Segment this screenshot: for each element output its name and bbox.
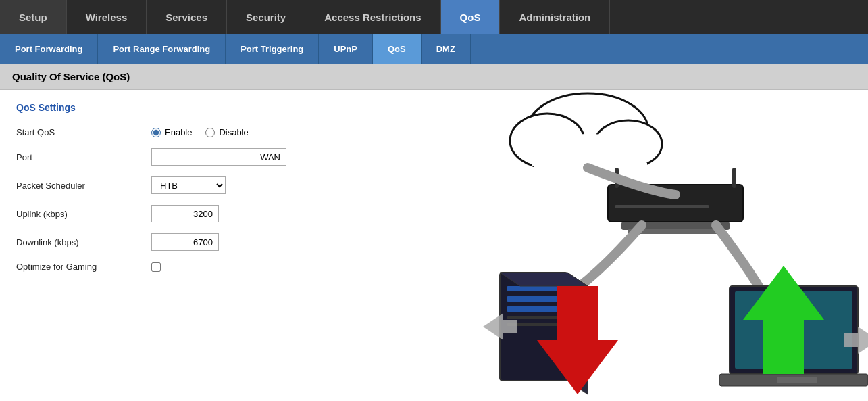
content-area: QoS Settings Start QoS Enable Disable Po… xyxy=(0,90,868,401)
svg-rect-25 xyxy=(777,377,817,383)
top-nav: Setup Wireless Services Security Access … xyxy=(0,0,868,34)
nav-wireless[interactable]: Wireless xyxy=(67,0,147,34)
svg-rect-13 xyxy=(507,286,561,291)
cloud-group xyxy=(510,93,662,174)
uplink-control xyxy=(151,205,219,222)
nav-security[interactable]: Security xyxy=(227,0,305,34)
optimize-gaming-row: Optimize for Gaming xyxy=(16,262,416,272)
qos-settings-title: QoS Settings xyxy=(16,102,416,116)
disable-label: Disable xyxy=(219,127,248,137)
illustration-panel xyxy=(432,90,868,401)
packet-scheduler-row: Packet Scheduler HTB HFSC SFQ xyxy=(16,176,416,194)
optimize-gaming-label: Optimize for Gaming xyxy=(16,262,151,272)
nav-services[interactable]: Services xyxy=(147,0,227,34)
subnav-port-range-forwarding[interactable]: Port Range Forwarding xyxy=(98,34,226,64)
port-control xyxy=(151,148,286,166)
disable-radio[interactable] xyxy=(205,128,215,137)
svg-rect-7 xyxy=(615,205,709,208)
subnav-dmz[interactable]: DMZ xyxy=(422,34,471,64)
start-qos-label: Start QoS xyxy=(16,127,151,137)
optimize-gaming-control xyxy=(151,262,161,272)
svg-rect-15 xyxy=(507,306,561,312)
enable-radio-label[interactable]: Enable xyxy=(151,127,192,137)
subnav-port-triggering[interactable]: Port Triggering xyxy=(226,34,319,64)
port-input[interactable] xyxy=(151,148,286,166)
downlink-row: Downlink (kbps) xyxy=(16,233,416,251)
svg-rect-14 xyxy=(507,296,561,302)
network-diagram xyxy=(432,90,868,401)
sub-nav: Port Forwarding Port Range Forwarding Po… xyxy=(0,34,868,64)
port-label: Port xyxy=(16,152,151,162)
nav-setup[interactable]: Setup xyxy=(0,0,67,34)
downlink-control xyxy=(151,233,219,251)
start-qos-control: Enable Disable xyxy=(151,127,249,137)
left-panel: QoS Settings Start QoS Enable Disable Po… xyxy=(0,90,432,401)
subnav-port-forwarding[interactable]: Port Forwarding xyxy=(0,34,98,64)
port-row: Port xyxy=(16,148,416,166)
uplink-input[interactable] xyxy=(151,205,219,222)
subnav-upnp[interactable]: UPnP xyxy=(319,34,373,64)
enable-radio[interactable] xyxy=(151,128,161,137)
subnav-qos[interactable]: QoS xyxy=(373,34,422,64)
uplink-row: Uplink (kbps) xyxy=(16,205,416,222)
nav-qos[interactable]: QoS xyxy=(441,0,501,34)
page-title: Quality Of Service (QoS) xyxy=(0,64,868,90)
nav-access-restrictions[interactable]: Access Restrictions xyxy=(305,0,440,34)
downlink-input[interactable] xyxy=(151,233,219,251)
nav-administration[interactable]: Administration xyxy=(500,0,610,34)
downlink-label: Downlink (kbps) xyxy=(16,237,151,247)
start-qos-row: Start QoS Enable Disable xyxy=(16,127,416,137)
packet-scheduler-control: HTB HFSC SFQ xyxy=(151,176,226,194)
packet-scheduler-select[interactable]: HTB HFSC SFQ xyxy=(151,176,226,194)
svg-rect-16 xyxy=(507,316,561,319)
packet-scheduler-label: Packet Scheduler xyxy=(16,181,151,191)
uplink-label: Uplink (kbps) xyxy=(16,209,151,219)
optimize-gaming-checkbox[interactable] xyxy=(151,262,161,272)
svg-rect-9 xyxy=(732,168,736,188)
enable-label: Enable xyxy=(165,127,192,137)
disable-radio-label[interactable]: Disable xyxy=(205,127,248,137)
